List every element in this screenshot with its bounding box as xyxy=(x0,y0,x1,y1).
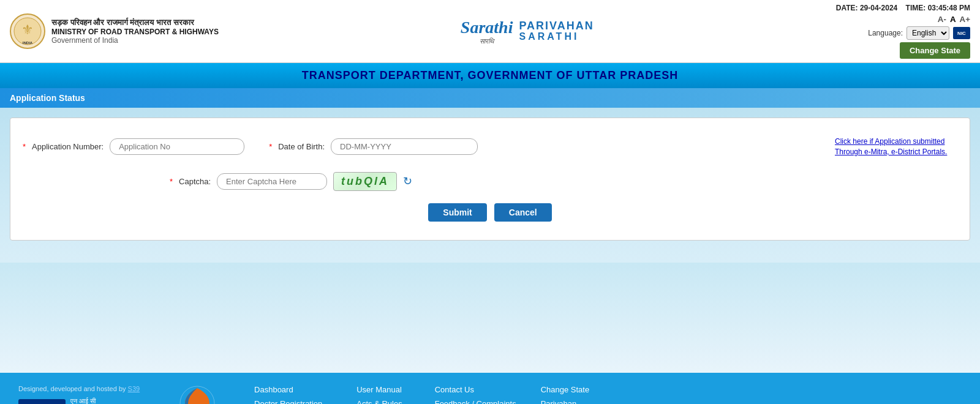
refresh-captcha-icon[interactable]: ↻ xyxy=(403,174,412,188)
footer-link-dashboard[interactable]: Dashboard xyxy=(254,385,332,394)
app-status-header: Application Status xyxy=(0,88,980,108)
font-increase-button[interactable]: A+ xyxy=(960,15,970,24)
language-label: Language: xyxy=(868,29,903,37)
font-normal-button[interactable]: A xyxy=(950,15,956,24)
nic-link[interactable]: S39 xyxy=(128,385,140,392)
footer-link-change-state[interactable]: Change State xyxy=(541,385,590,394)
footer-links: Dashboard Doctor Registration Find Docto… xyxy=(242,385,962,404)
sarathi-hindi-text: Sarathi xyxy=(461,18,513,37)
footer-col-4: Change State Parivahan Sitemap xyxy=(541,385,590,404)
submit-button[interactable]: Submit xyxy=(428,203,486,222)
footer-inner: Designed, developed and hosted by S39 NI… xyxy=(18,385,962,404)
app-status-section: Application Status * Application Number:… xyxy=(0,88,980,263)
nic-badge: NIC xyxy=(953,27,970,39)
header-left: ⚜ INDIA सड़क परिवहन और राजमार्ग मंत्रालय… xyxy=(10,13,219,49)
footer-link-user-manual[interactable]: User Manual xyxy=(356,385,410,394)
language-row: Language: English हिन्दी NIC xyxy=(868,26,970,40)
parivahan-text: PARIVAHAN xyxy=(519,20,594,31)
header: ⚜ INDIA सड़क परिवहन और राजमार्ग मंत्रालय… xyxy=(0,0,980,63)
dob-label: Date of Birth: xyxy=(278,142,325,151)
footer: Designed, developed and hosted by S39 NI… xyxy=(0,373,980,404)
app-number-label: Application Number: xyxy=(32,142,104,151)
nic-logo: NIC एन आई सी National Informatics Centre xyxy=(18,397,103,404)
header-right: DATE: 29-04-2024 TIME: 03:45:48 PM A- A … xyxy=(836,4,970,59)
digital-india-logo: Digital India Power To Empower xyxy=(170,385,224,404)
dob-group: * Date of Birth: xyxy=(269,138,478,155)
sarathi-hindi-sub: सारथि xyxy=(480,37,494,45)
india-emblem-icon: ⚜ INDIA xyxy=(10,13,45,49)
font-decrease-button[interactable]: A- xyxy=(938,15,946,24)
ministry-text: सड़क परिवहन और राजमार्ग मंत्रालय भारत सर… xyxy=(51,18,219,45)
cancel-button[interactable]: Cancel xyxy=(494,203,552,222)
font-size-controls: A- A A+ xyxy=(938,15,970,24)
footer-col-3: Contact Us Feedback / Complaints FAQs xyxy=(435,385,516,404)
captcha-group: * Captcha: tubQlA ↻ xyxy=(170,172,412,191)
captcha-label: Captcha: xyxy=(179,177,211,186)
form-buttons: Submit Cancel xyxy=(23,203,957,222)
section-title: Application Status xyxy=(10,93,85,103)
digital-india-icon xyxy=(179,385,216,404)
sarathi-logo: Sarathi सारथि PARIVAHAN SARATHI xyxy=(461,18,594,45)
svg-text:⚜: ⚜ xyxy=(21,22,34,37)
captcha-image: tubQlA xyxy=(333,172,397,191)
captcha-input[interactable] xyxy=(217,173,327,190)
form-card: * Application Number: * Date of Birth: C… xyxy=(10,118,970,241)
content-area xyxy=(0,263,980,373)
language-select[interactable]: English हिन्दी xyxy=(907,26,949,40)
footer-link-acts-rules[interactable]: Acts & Rules xyxy=(356,399,410,404)
footer-designed: Designed, developed and hosted by S39 xyxy=(18,385,140,392)
captcha-row: * Captcha: tubQlA ↻ xyxy=(23,172,957,191)
footer-nic: Designed, developed and hosted by S39 NI… xyxy=(18,385,140,404)
datetime: DATE: 29-04-2024 TIME: 03:45:48 PM xyxy=(836,4,970,12)
form-row-1: * Application Number: * Date of Birth: C… xyxy=(23,137,957,157)
footer-link-doctor-registration[interactable]: Doctor Registration xyxy=(254,399,332,404)
app-number-input[interactable] xyxy=(110,138,244,155)
sarathi-text: SARATHI xyxy=(519,31,579,42)
banner-title: TRANSPORT DEPARTMENT, GOVERNMENT OF UTTA… xyxy=(302,69,678,81)
header-center: Sarathi सारथि PARIVAHAN SARATHI xyxy=(219,18,836,45)
nic-abbr: NIC xyxy=(23,402,61,404)
footer-link-feedback[interactable]: Feedback / Complaints xyxy=(435,399,516,404)
app-number-group: * Application Number: xyxy=(23,138,244,155)
emitra-link[interactable]: Click here if Application submitted Thro… xyxy=(835,137,957,157)
footer-col-1: Dashboard Doctor Registration Find Docto… xyxy=(254,385,332,404)
department-banner: TRANSPORT DEPARTMENT, GOVERNMENT OF UTTA… xyxy=(0,63,980,88)
nic-logo-text: एन आई सी National Informatics Centre xyxy=(70,397,104,404)
dob-input[interactable] xyxy=(331,138,478,155)
footer-col-2: User Manual Acts & Rules Screen Reader xyxy=(356,385,410,404)
footer-link-parivahan[interactable]: Parivahan xyxy=(541,399,590,404)
change-state-button[interactable]: Change State xyxy=(900,42,970,59)
footer-link-contact-us[interactable]: Contact Us xyxy=(435,385,516,394)
svg-text:INDIA: INDIA xyxy=(23,41,33,45)
